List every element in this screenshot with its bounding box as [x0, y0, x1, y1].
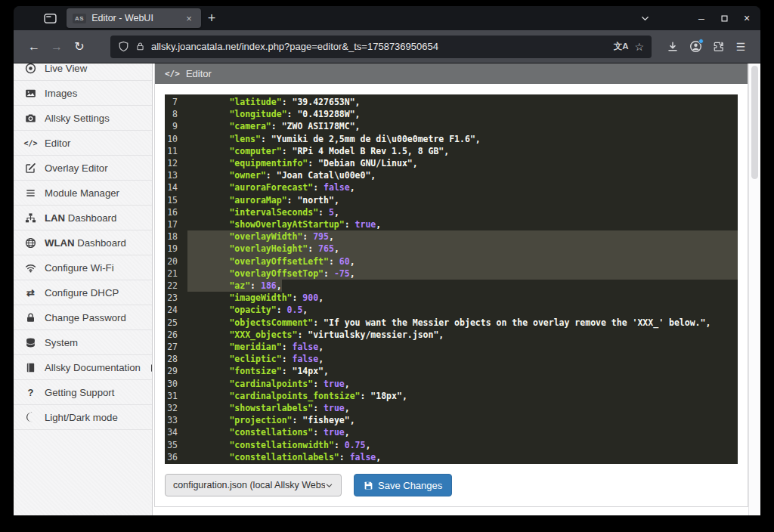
bookmark-star-icon[interactable]: ☆ — [634, 41, 644, 53]
firefox-view-icon[interactable] — [39, 8, 60, 28]
save-changes-button[interactable]: Save Changes — [354, 474, 452, 496]
line-number: 26 — [165, 329, 187, 341]
list-all-tabs-chevron-icon[interactable] — [635, 8, 655, 28]
browser-window: AS Editor - WebUI × + – × ← → ↻ — [14, 6, 760, 515]
code-line-text: "constellations": true, — [187, 426, 738, 438]
editor-card-body: 7 "latitude": "39.427653N",8 "longitude"… — [155, 84, 748, 506]
code-line[interactable]: 9 "camera": "ZWO ASI178MC", — [165, 120, 738, 132]
code-line[interactable]: 7 "latitude": "39.427653N", — [165, 96, 738, 108]
eye-icon — [23, 63, 38, 74]
new-tab-button[interactable]: + — [201, 8, 222, 28]
code-line[interactable]: 36 "constellationlabels": false, — [165, 451, 738, 463]
code-line[interactable]: 12 "equipmentinfo": "Debian GNU/Linux", — [165, 157, 738, 169]
translate-icon[interactable]: 文A — [614, 41, 629, 52]
code-line[interactable]: 27 "meridian": false, — [165, 341, 738, 353]
code-line[interactable]: 33 "projection": "fisheye", — [165, 414, 738, 426]
maximize-button[interactable] — [715, 9, 733, 27]
code-line-text: "XXX_objects": "virtualsky/messier.json"… — [187, 329, 738, 341]
line-number: 19 — [165, 243, 187, 255]
code-line[interactable]: 8 "longitude": "0.419288W", — [165, 108, 738, 120]
close-button[interactable]: × — [738, 9, 756, 27]
sidebar-item-label: Overlay Editor — [45, 162, 108, 174]
download-icon[interactable] — [662, 36, 683, 58]
code-line[interactable]: 31 "cardinalpoints_fontsize": "18px", — [165, 390, 738, 402]
code-line-text: "meridian": false, — [187, 341, 738, 353]
code-line[interactable]: 28 "ecliptic": false, — [165, 353, 738, 365]
sidebar-nav: Live ViewImagesAllsky Settings</>EditorO… — [14, 63, 152, 430]
code-line[interactable]: 23 "imageWidth": 900, — [165, 292, 738, 304]
line-number: 13 — [165, 169, 187, 181]
line-number: 10 — [165, 133, 187, 145]
code-line-text: "showstarlabels": true, — [187, 402, 738, 414]
reload-icon[interactable]: ↻ — [68, 36, 91, 58]
line-number: 17 — [165, 218, 187, 230]
code-line-text: "projection": "fisheye", — [187, 414, 738, 426]
sidebar-item-change-password[interactable]: Change Password — [14, 305, 152, 330]
url-text[interactable]: allsky.joancatala.net/index.php?page=edi… — [151, 41, 608, 52]
line-number: 36 — [165, 451, 187, 463]
sidebar-item-wlan-dashboard[interactable]: WLAN Dashboard — [14, 230, 152, 255]
code-line[interactable]: 13 "owner": "Joan Catal\u00e0", — [165, 169, 738, 181]
lock-icon[interactable] — [135, 42, 145, 51]
code-line[interactable]: 10 "lens": "Yumiki de 2,5mm de di\u00e0m… — [165, 133, 738, 145]
sidebar-item-lan-dashboard[interactable]: LAN Dashboard — [14, 206, 152, 230]
sidebar-item-overlay-editor[interactable]: Overlay Editor — [14, 156, 152, 181]
sidebar-item-getting-support[interactable]: ?Getting Support — [14, 380, 152, 405]
sidebar-item-light-dark-mode[interactable]: Light/Dark mode — [14, 405, 152, 430]
code-line[interactable]: 21 "overlayOffsetTop": -75, — [165, 268, 738, 280]
code-line[interactable]: 11 "computer": "RPi 4 Model B Rev 1.5, 8… — [165, 145, 738, 157]
account-icon[interactable] — [685, 36, 706, 58]
sidebar-item-allsky-documentation[interactable]: Allsky Documentation — [14, 355, 152, 380]
forward-icon[interactable]: → — [45, 36, 68, 58]
sidebar-item-editor[interactable]: </>Editor — [14, 131, 152, 156]
code-line-text: "az": 186, — [187, 280, 282, 292]
code-line[interactable]: 32 "showstarlabels": true, — [165, 402, 738, 414]
code-editor[interactable]: 7 "latitude": "39.427653N",8 "longitude"… — [165, 94, 738, 464]
sidebar-item-configure-dhcp[interactable]: ⇄Configure DHCP — [14, 280, 152, 305]
code-line[interactable]: 14 "auroraForecast": false, — [165, 181, 738, 193]
exchange-icon: ⇄ — [23, 287, 38, 298]
code-line[interactable]: 25 "objectsComment": "If you want the Me… — [165, 317, 738, 329]
code-line[interactable]: 26 "XXX_objects": "virtualsky/messier.js… — [165, 329, 738, 341]
chevron-down-icon — [325, 481, 333, 490]
code-line[interactable]: 15 "auroraMap": "north", — [165, 194, 738, 206]
code-line[interactable]: 34 "constellations": true, — [165, 426, 738, 438]
sidebar-item-live-view[interactable]: Live View — [14, 63, 152, 81]
code-line[interactable]: 16 "intervalSeconds": 5, — [165, 206, 738, 218]
sidebar-item-system[interactable]: System — [14, 330, 152, 355]
url-bar[interactable]: allsky.joancatala.net/index.php?page=edi… — [110, 36, 652, 58]
save-icon — [364, 481, 373, 490]
code-line[interactable]: 30 "cardinalpoints": true, — [165, 378, 738, 390]
sidebar-item-module-manager[interactable]: Module Manager — [14, 181, 152, 206]
code-line-text: "camera": "ZWO ASI178MC", — [187, 120, 738, 132]
code-line-text: "latitude": "39.427653N", — [187, 96, 738, 108]
minimize-button[interactable]: – — [692, 9, 711, 27]
back-icon[interactable]: ← — [23, 36, 45, 58]
sidebar-item-allsky-settings[interactable]: Allsky Settings — [14, 106, 152, 131]
file-select[interactable]: configuration.json (local Allsky Website… — [165, 474, 342, 496]
question-icon: ? — [23, 387, 38, 398]
sidebar-item-images[interactable]: Images — [14, 81, 152, 106]
tab-close-icon[interactable]: × — [183, 13, 195, 24]
code-line[interactable]: 20 "overlayOffsetLeft": 60, — [165, 255, 738, 268]
code-line[interactable]: 18 "overlayWidth": 795, — [165, 230, 738, 243]
screenshot-root: AS Editor - WebUI × + – × ← → ↻ — [0, 0, 774, 532]
shield-icon[interactable] — [118, 41, 129, 52]
code-line-text: "constellationwidth": 0.75, — [187, 439, 738, 451]
sidebar-item-label: Editor — [45, 138, 70, 149]
code-line[interactable]: 17 "showOverlayAtStartup": true, — [165, 218, 738, 230]
extensions-icon[interactable] — [707, 36, 729, 58]
page-scrollbar-thumb[interactable] — [751, 66, 758, 179]
code-line[interactable]: 19 "overlayHeight": 765, — [165, 243, 738, 255]
code-line[interactable]: 35 "constellationwidth": 0.75, — [165, 439, 738, 451]
page-scrollbar[interactable] — [748, 63, 760, 515]
code-line[interactable]: 29 "fontsize": "14px", — [165, 365, 738, 377]
code-line[interactable]: 22 "az": 186, — [165, 280, 738, 292]
code-line[interactable]: 24 "opacity": 0.5, — [165, 304, 738, 316]
sidebar-item-configure-wi-fi[interactable]: Configure Wi-Fi — [14, 255, 152, 280]
line-number: 21 — [165, 268, 187, 280]
browser-tab-active[interactable]: AS Editor - WebUI × — [67, 8, 201, 28]
code-icon: </> — [23, 139, 38, 147]
line-number: 24 — [165, 304, 187, 316]
menu-icon[interactable]: ☰ — [730, 36, 751, 58]
